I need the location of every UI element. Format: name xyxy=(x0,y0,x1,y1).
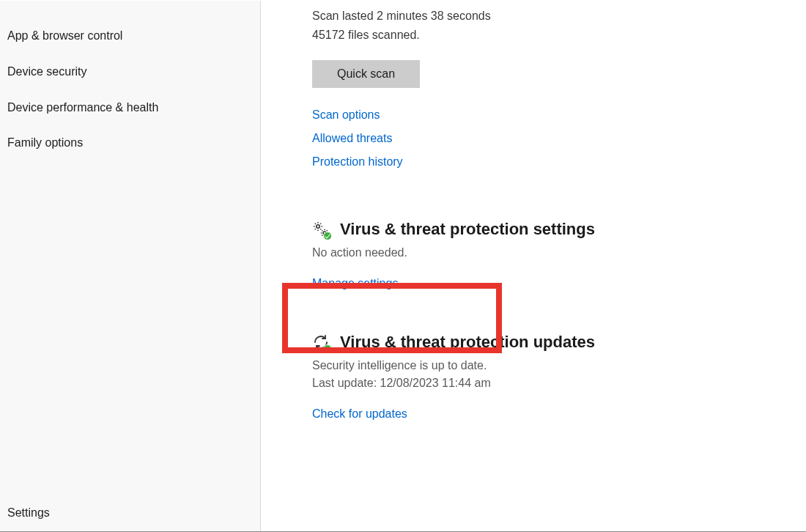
settings-section: Virus & threat protection settings No ac… xyxy=(312,220,806,290)
scan-options-link[interactable]: Scan options xyxy=(312,108,806,122)
settings-section-status: No action needed. xyxy=(312,246,806,259)
refresh-icon xyxy=(312,333,330,351)
svg-point-0 xyxy=(317,225,319,228)
scan-links: Scan options Allowed threats Protection … xyxy=(312,108,806,169)
sidebar-item-device-performance[interactable]: Device performance & health xyxy=(0,90,260,126)
updates-section-title: Virus & threat protection updates xyxy=(340,333,595,352)
updates-section: Virus & threat protection updates Securi… xyxy=(312,333,806,421)
sidebar-item-app-browser[interactable]: App & browser control xyxy=(0,18,260,54)
settings-section-header: Virus & threat protection settings xyxy=(312,220,806,239)
quick-scan-button[interactable]: Quick scan xyxy=(312,60,420,88)
allowed-threats-link[interactable]: Allowed threats xyxy=(312,132,806,145)
updates-links: Check for updates xyxy=(312,407,806,421)
sidebar-item-device-security[interactable]: Device security xyxy=(0,54,260,90)
settings-gear-icon xyxy=(312,221,330,238)
settings-section-title: Virus & threat protection settings xyxy=(340,220,595,239)
updates-section-header: Virus & threat protection updates xyxy=(312,333,806,352)
scan-files-text: 45172 files scanned. xyxy=(312,26,806,45)
scan-duration-text: Scan lasted 2 minutes 38 seconds xyxy=(312,7,806,26)
check-for-updates-link[interactable]: Check for updates xyxy=(312,407,806,421)
updates-last-update: Last update: 12/08/2023 11:44 am xyxy=(312,377,806,390)
sidebar-item-family-options[interactable]: Family options xyxy=(0,125,260,161)
status-ok-badge-icon xyxy=(323,232,332,240)
sidebar-items: App & browser control Device security De… xyxy=(0,18,260,506)
main-content: Scan lasted 2 minutes 38 seconds 45172 f… xyxy=(261,1,806,531)
updates-section-status: Security intelligence is up to date. xyxy=(312,359,806,372)
settings-links: Manage settings xyxy=(312,277,806,290)
manage-settings-link[interactable]: Manage settings xyxy=(312,277,806,290)
protection-history-link[interactable]: Protection history xyxy=(312,155,806,169)
status-ok-badge-icon xyxy=(323,344,332,353)
sidebar: App & browser control Device security De… xyxy=(0,1,261,531)
sidebar-item-settings[interactable]: Settings xyxy=(0,506,260,531)
window: App & browser control Device security De… xyxy=(0,0,806,532)
